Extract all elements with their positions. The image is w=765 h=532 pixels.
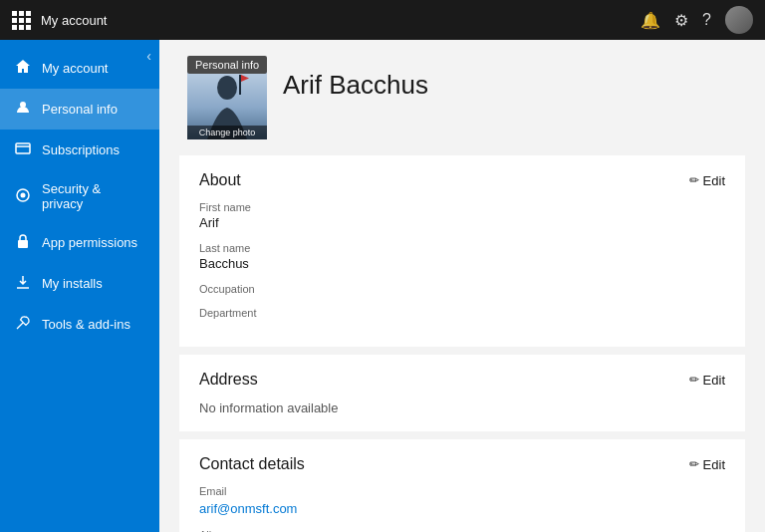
email-label: Email — [199, 485, 725, 497]
sidebar-label-tools-addins: Tools & add-ins — [42, 317, 130, 332]
sidebar-item-my-account[interactable]: My account — [0, 48, 159, 89]
titlebar-title: My account — [41, 13, 107, 28]
contact-pencil-icon: ✏ — [689, 457, 699, 471]
sidebar-item-personal-info[interactable]: Personal info — [0, 89, 159, 130]
field-email: Email arif@onmsft.com — [199, 485, 725, 517]
last-name-value: Bacchus — [199, 256, 725, 271]
sidebar-item-security-privacy[interactable]: Security & privacy — [0, 170, 159, 222]
field-last-name: Last name Bacchus — [199, 242, 725, 271]
about-card-header: About ✏ Edit — [199, 171, 725, 189]
first-name-value: Arif — [199, 215, 725, 230]
sidebar-label-security-privacy: Security & privacy — [42, 181, 145, 211]
first-name-label: First name — [199, 201, 725, 213]
contact-card: Contact details ✏ Edit Email arif@onmsft… — [179, 439, 745, 532]
svg-rect-9 — [239, 75, 241, 95]
contact-card-header: Contact details ✏ Edit — [199, 455, 725, 473]
profile-photo-wrapper: Personal info — [187, 60, 267, 139]
email-value[interactable]: arif@onmsft.com — [199, 501, 297, 516]
notification-icon[interactable]: 🔔 — [640, 11, 660, 30]
sidebar-item-my-installs[interactable]: My installs — [0, 263, 159, 304]
svg-rect-1 — [16, 143, 30, 153]
apps-grid-icon[interactable] — [12, 11, 31, 30]
sidebar-item-subscriptions[interactable]: Subscriptions — [0, 130, 159, 170]
sidebar-nav: My account Personal info — [0, 48, 159, 345]
address-card: Address ✏ Edit No information available — [179, 355, 745, 431]
field-department: Department — [199, 307, 725, 319]
contact-edit-button[interactable]: ✏ Edit — [689, 457, 725, 472]
personal-info-tooltip: Personal info — [187, 56, 267, 74]
contact-edit-label: Edit — [703, 457, 725, 472]
home-icon — [14, 59, 32, 78]
svg-point-4 — [21, 192, 26, 197]
about-edit-button[interactable]: ✏ Edit — [689, 173, 725, 188]
svg-point-8 — [217, 76, 237, 100]
person-icon — [14, 100, 32, 119]
avatar[interactable] — [725, 6, 753, 34]
last-name-label: Last name — [199, 242, 725, 254]
sidebar-label-app-permissions: App permissions — [42, 235, 137, 250]
pencil-icon: ✏ — [689, 173, 699, 187]
settings-icon[interactable]: ⚙ — [674, 11, 688, 30]
main-layout: ‹ My account Personal info — [0, 40, 765, 532]
sidebar: ‹ My account Personal info — [0, 40, 159, 532]
lock-icon — [14, 233, 32, 252]
address-card-header: Address ✏ Edit — [199, 371, 725, 389]
sidebar-item-tools-addins[interactable]: Tools & add-ins — [0, 304, 159, 345]
occupation-label: Occupation — [199, 283, 725, 295]
titlebar-right: 🔔 ⚙ ? — [640, 6, 753, 34]
sidebar-label-my-installs: My installs — [42, 276, 103, 291]
subscriptions-icon — [14, 140, 32, 159]
download-icon — [14, 274, 32, 293]
about-card-title: About — [199, 171, 241, 189]
help-icon[interactable]: ? — [702, 11, 711, 29]
svg-rect-5 — [18, 240, 28, 248]
tools-icon — [14, 315, 32, 334]
sidebar-item-app-permissions[interactable]: App permissions — [0, 222, 159, 263]
avatar-image — [725, 6, 753, 34]
sidebar-label-subscriptions: Subscriptions — [42, 142, 120, 157]
profile-name: Arif Bacchus — [283, 70, 428, 101]
address-edit-label: Edit — [703, 373, 725, 388]
field-first-name: First name Arif — [199, 201, 725, 230]
address-edit-button[interactable]: ✏ Edit — [689, 373, 725, 388]
department-label: Department — [199, 307, 725, 319]
security-icon — [14, 187, 32, 206]
change-photo-label[interactable]: Change photo — [187, 126, 267, 139]
address-pencil-icon: ✏ — [689, 373, 699, 387]
about-edit-label: Edit — [703, 173, 725, 188]
titlebar: My account 🔔 ⚙ ? — [0, 0, 765, 40]
contact-card-title: Contact details — [199, 455, 305, 473]
sidebar-label-personal-info: Personal info — [42, 102, 118, 117]
titlebar-left: My account — [12, 11, 107, 30]
profile-header: Personal info — [179, 60, 745, 139]
field-occupation: Occupation — [199, 283, 725, 295]
about-card: About ✏ Edit First name Arif Last name B… — [179, 155, 745, 347]
content-area: Personal info — [159, 40, 765, 532]
address-no-info: No information available — [199, 400, 725, 415]
address-card-title: Address — [199, 371, 258, 389]
sidebar-label-my-account: My account — [42, 61, 108, 76]
